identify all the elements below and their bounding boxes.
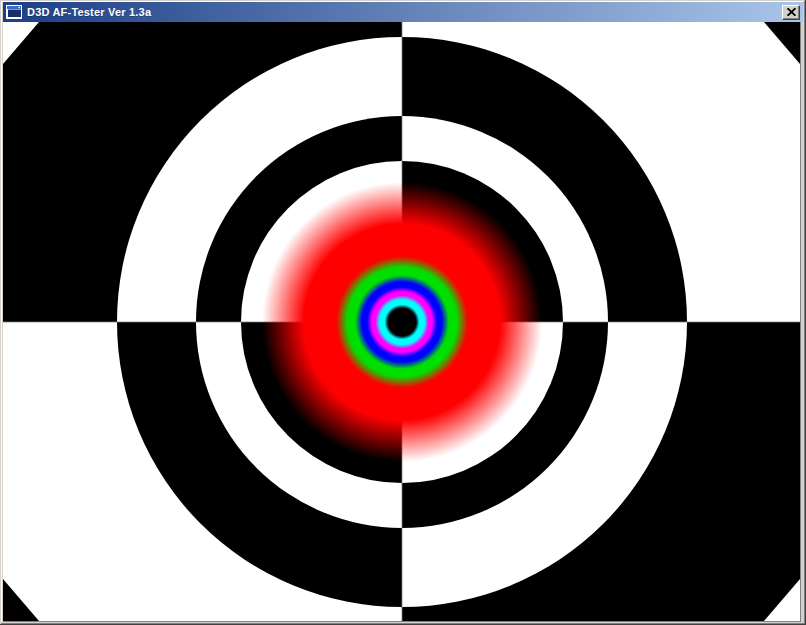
window-title: D3D AF-Tester Ver 1.3a xyxy=(27,6,151,18)
app-icon-body xyxy=(8,10,21,18)
window-border-highlight-top xyxy=(1,1,803,2)
app-icon-dot xyxy=(19,7,20,8)
app-window: D3D AF-Tester Ver 1.3a xyxy=(0,0,806,625)
window-border-highlight-left xyxy=(1,1,2,622)
close-button[interactable] xyxy=(782,5,800,20)
mip-level-rings xyxy=(262,182,542,462)
close-icon xyxy=(787,8,796,16)
title-bar[interactable]: D3D AF-Tester Ver 1.3a xyxy=(3,2,803,22)
af-test-pattern xyxy=(3,22,800,621)
app-icon[interactable] xyxy=(6,5,22,19)
render-viewport xyxy=(3,22,801,622)
